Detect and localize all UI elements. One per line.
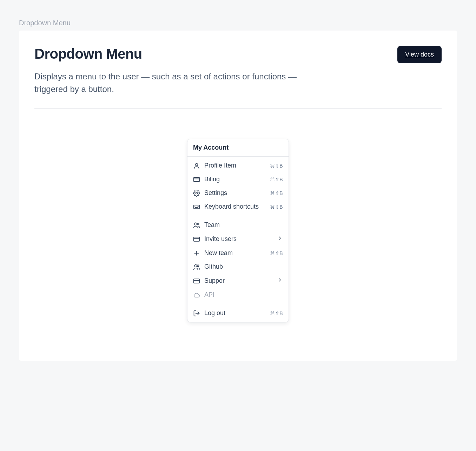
svg-point-11 xyxy=(197,223,199,225)
menu-group: Profile Item⌘⇧BBiling⌘⇧BSettings⌘⇧BKeybo… xyxy=(187,157,289,216)
menu-item-shortcut: ⌘⇧B xyxy=(270,177,283,182)
menu-item-shortcut: ⌘⇧B xyxy=(270,163,283,169)
svg-rect-4 xyxy=(194,205,200,209)
menu-item-label: API xyxy=(204,291,283,299)
menu-item-label: New team xyxy=(204,249,266,257)
svg-rect-1 xyxy=(194,177,200,182)
menu-item: API xyxy=(187,288,289,302)
user-icon xyxy=(193,162,200,169)
keyboard-icon xyxy=(193,203,200,210)
svg-point-10 xyxy=(194,223,197,225)
credit-card-icon xyxy=(193,277,200,285)
menu-item-label: Team xyxy=(204,221,283,229)
breadcrumb: Dropdown Menu xyxy=(19,19,457,27)
menu-group: TeamInvite usersNew team⌘⇧BGithubSupporA… xyxy=(187,216,289,304)
menu-item-shortcut: ⌘⇧B xyxy=(270,204,283,210)
menu-item[interactable]: Log out⌘⇧B xyxy=(187,306,289,320)
svg-rect-12 xyxy=(194,237,200,241)
credit-card-icon xyxy=(193,236,200,243)
menu-item[interactable]: Profile Item⌘⇧B xyxy=(187,159,289,172)
menu-item-shortcut: ⌘⇧B xyxy=(270,311,283,316)
cloud-icon xyxy=(193,292,200,299)
menu-item-label: Log out xyxy=(204,309,266,317)
plus-icon xyxy=(193,250,200,257)
chevron-right-icon xyxy=(277,277,283,285)
menu-item-label: Biling xyxy=(204,176,266,183)
chevron-right-icon xyxy=(277,235,283,243)
svg-point-17 xyxy=(197,265,199,267)
menu-item[interactable]: New team⌘⇧B xyxy=(187,246,289,260)
users-icon xyxy=(193,222,200,229)
page-description: Displays a menu to the user — such as a … xyxy=(34,70,308,96)
menu-item-shortcut: ⌘⇧B xyxy=(270,190,283,196)
page-title: Dropdown Menu xyxy=(34,46,142,62)
credit-card-icon xyxy=(193,176,200,183)
menu-item[interactable]: Team xyxy=(187,218,289,232)
menu-item[interactable]: Settings⌘⇧B xyxy=(187,186,289,200)
svg-rect-18 xyxy=(194,279,200,283)
menu-item[interactable]: Invite users xyxy=(187,232,289,246)
menu-item[interactable]: Keyboard shortcuts⌘⇧B xyxy=(187,200,289,214)
demo-card: Dropdown Menu View docs Displays a menu … xyxy=(19,31,457,361)
svg-point-16 xyxy=(194,264,197,267)
menu-item-label: Suppor xyxy=(204,277,272,285)
menu-item-label: Keyboard shortcuts xyxy=(204,203,266,210)
menu-item-label: Profile Item xyxy=(204,162,266,169)
menu-item[interactable]: Github xyxy=(187,260,289,274)
svg-point-0 xyxy=(196,163,198,166)
dropdown-menu: My Account Profile Item⌘⇧BBiling⌘⇧BSetti… xyxy=(187,139,289,322)
menu-item-label: Invite users xyxy=(204,235,272,243)
menu-item-shortcut: ⌘⇧B xyxy=(270,250,283,256)
menu-item[interactable]: Suppor xyxy=(187,274,289,288)
menu-group: Log out⌘⇧B xyxy=(187,304,289,322)
menu-item-label: Settings xyxy=(204,189,266,197)
gear-icon xyxy=(193,190,200,197)
logout-icon xyxy=(193,310,200,317)
menu-item[interactable]: Biling⌘⇧B xyxy=(187,172,289,186)
view-docs-button[interactable]: View docs xyxy=(397,46,442,63)
svg-point-3 xyxy=(196,192,198,194)
users-icon xyxy=(193,263,200,270)
dropdown-title: My Account xyxy=(187,139,289,157)
menu-item-label: Github xyxy=(204,263,283,270)
